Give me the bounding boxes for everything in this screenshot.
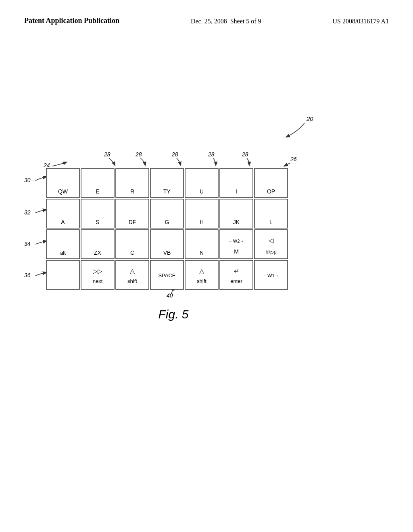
svg-text:28: 28	[171, 151, 178, 158]
svg-text:A: A	[61, 219, 65, 225]
svg-text:←W2→: ←W2→	[229, 239, 244, 243]
svg-text:VB: VB	[163, 249, 171, 256]
svg-text:DF: DF	[129, 219, 136, 225]
svg-text:OP: OP	[267, 188, 275, 195]
svg-text:next: next	[93, 278, 103, 284]
svg-rect-66	[185, 260, 218, 289]
svg-text:QW: QW	[58, 188, 68, 195]
svg-text:28: 28	[208, 151, 215, 158]
svg-text:shift: shift	[197, 278, 206, 284]
svg-text:R: R	[130, 188, 134, 195]
svg-text:30: 30	[24, 177, 31, 183]
svg-text:N: N	[200, 249, 204, 256]
svg-text:24: 24	[43, 162, 50, 168]
svg-text:H: H	[200, 219, 204, 225]
svg-text:△: △	[199, 268, 204, 274]
svg-text:▷▷: ▷▷	[93, 268, 102, 274]
svg-text:←W1→: ←W1→	[263, 273, 280, 278]
svg-text:enter: enter	[230, 278, 242, 284]
publication-title: Patent Application Publication	[24, 16, 119, 25]
publication-number: US 2008/0316179 A1	[332, 16, 389, 25]
page-header: Patent Application Publication Dec. 25, …	[0, 0, 413, 25]
svg-text:◁: ◁	[269, 237, 274, 244]
publication-date: Dec. 25, 2008 Sheet 5 of 9	[191, 16, 261, 25]
svg-text:C: C	[130, 249, 134, 256]
svg-text:M: M	[234, 248, 239, 255]
svg-text:28: 28	[104, 151, 111, 158]
svg-text:28: 28	[242, 151, 248, 158]
svg-text:32: 32	[24, 209, 31, 216]
svg-rect-69	[220, 260, 253, 289]
svg-text:S: S	[96, 219, 99, 225]
svg-text:U: U	[200, 188, 204, 195]
svg-rect-58	[81, 260, 114, 289]
svg-text:36: 36	[24, 272, 31, 278]
figure-diagram: 20 24 28 28 28 28 28 26 30 32 34 36 40	[0, 52, 413, 415]
svg-rect-57	[46, 260, 79, 289]
svg-text:20: 20	[306, 115, 313, 122]
svg-rect-61	[116, 260, 149, 289]
svg-text:34: 34	[24, 241, 31, 247]
svg-text:TY: TY	[163, 188, 171, 195]
svg-text:△: △	[130, 268, 135, 274]
svg-text:JK: JK	[233, 219, 240, 225]
svg-text:bksp: bksp	[265, 249, 276, 255]
svg-text:E: E	[96, 188, 99, 195]
svg-text:40: 40	[167, 292, 173, 299]
svg-text:L: L	[269, 219, 273, 225]
svg-text:alt: alt	[60, 250, 66, 256]
svg-text:SPACE: SPACE	[158, 272, 175, 278]
svg-text:shift: shift	[127, 278, 137, 284]
svg-text:26: 26	[290, 156, 297, 162]
svg-text:28: 28	[135, 151, 142, 158]
svg-text:G: G	[165, 219, 169, 225]
svg-text:↵: ↵	[234, 268, 239, 274]
svg-text:ZX: ZX	[94, 249, 102, 256]
svg-text:Fig. 5: Fig. 5	[158, 308, 188, 321]
svg-text:I: I	[236, 188, 237, 195]
